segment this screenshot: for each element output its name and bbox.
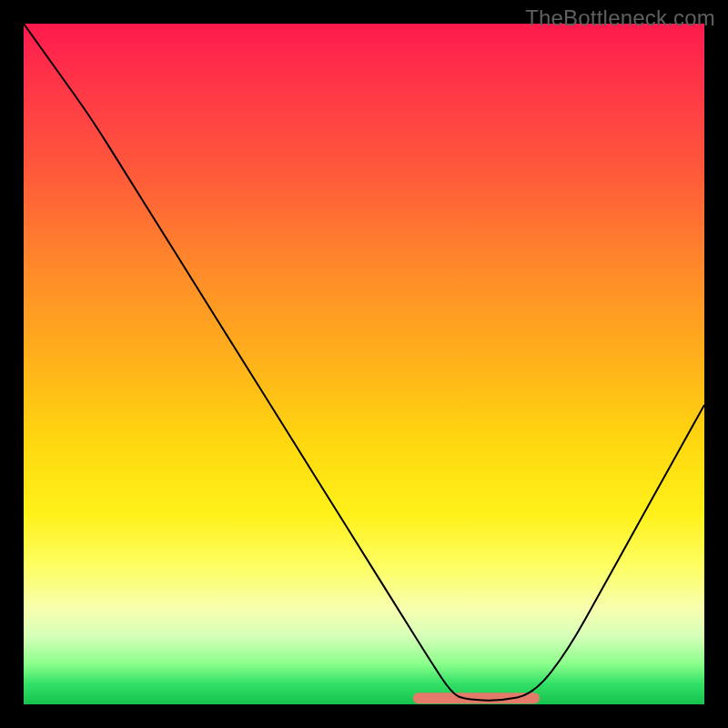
plot-area [24,24,704,704]
curve-layer [24,24,704,704]
bottleneck-curve [24,24,704,701]
chart-frame: TheBottleneck.com [0,0,728,728]
